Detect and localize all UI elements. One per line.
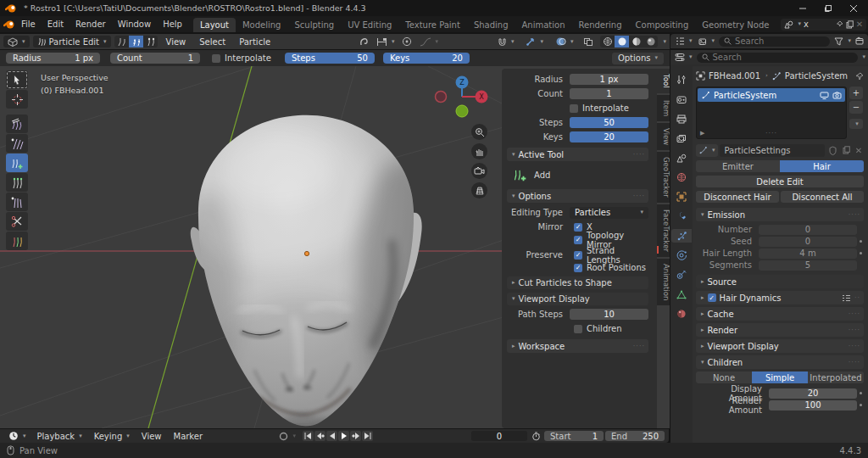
overlays-toggle[interactable]: ▾	[551, 36, 578, 47]
navigation-gizmo[interactable]: Z X	[428, 73, 496, 120]
jump-to-start-button[interactable]	[303, 431, 314, 441]
mirror-x-checkbox[interactable]: ✓	[574, 223, 582, 232]
tab-world-properties[interactable]	[671, 170, 692, 184]
delete-edit-button[interactable]: Delete Edit	[696, 176, 864, 187]
children-simple-button[interactable]: Simple	[752, 371, 808, 383]
play-reverse-button[interactable]	[326, 431, 337, 441]
np-keys-field[interactable]: 20	[570, 131, 648, 142]
mode-selector[interactable]: Particle Edit ▾	[33, 36, 111, 47]
tab-material-properties[interactable]	[671, 307, 692, 321]
render-enable-icon[interactable]	[832, 92, 842, 99]
viewport-display-panel-header[interactable]: ▸Viewport Display····	[696, 339, 864, 353]
shading-dropdown[interactable]: ▾	[663, 39, 666, 45]
tab-scene-properties[interactable]	[671, 151, 692, 165]
jump-to-end-button[interactable]	[362, 431, 373, 441]
tab-render-properties[interactable]	[671, 92, 692, 106]
display-amount-field[interactable]: 20	[769, 388, 857, 399]
source-subpanel-header[interactable]: ▸Source	[696, 275, 864, 288]
count-slider[interactable]: Count1	[110, 53, 200, 64]
tab-tool-properties[interactable]	[671, 73, 692, 87]
settings-name-field[interactable]: ParticleSettings	[720, 144, 825, 157]
wireframe-shading-button[interactable]	[600, 36, 615, 47]
menu-window[interactable]: Window	[112, 20, 157, 29]
smooth-brush-tool[interactable]	[6, 134, 28, 153]
presets-icon[interactable]	[842, 294, 851, 302]
auto-key-button[interactable]	[278, 431, 289, 442]
snap-toggle[interactable]: ▾	[493, 36, 519, 47]
minimize-button[interactable]	[793, 2, 812, 14]
new-scene-icon[interactable]	[846, 20, 854, 29]
ntab-tool[interactable]: Tool	[657, 69, 670, 93]
tab-layout[interactable]: Layout	[193, 18, 236, 32]
tab-texture-paint[interactable]: Texture Paint	[398, 18, 467, 32]
ntab-facetracker[interactable]: FaceTracker	[657, 204, 670, 257]
menu-render[interactable]: Render	[70, 20, 112, 29]
hair-dynamics-checkbox[interactable]: ✓	[708, 293, 716, 302]
steps-slider[interactable]: Steps50	[285, 53, 375, 64]
blender-menu-icon[interactable]	[3, 20, 15, 30]
tab-output-properties[interactable]	[671, 112, 692, 126]
properties-search[interactable]: Search	[697, 53, 859, 63]
maximize-button[interactable]	[819, 2, 837, 14]
emitter-type-button[interactable]: Emitter	[696, 160, 780, 172]
fake-user-shield-icon[interactable]	[826, 146, 838, 155]
topology-mirror-checkbox[interactable]: ✓	[574, 236, 582, 244]
tab-view-layer-properties[interactable]	[671, 131, 692, 145]
toggle-ortho-button[interactable]	[471, 182, 487, 198]
properties-options-dropdown[interactable]: ▾	[862, 54, 865, 60]
cursor-tool[interactable]	[6, 90, 28, 109]
particle-system-list-item[interactable]: ParticleSystem	[698, 88, 845, 102]
segments-field[interactable]: 5	[759, 260, 857, 271]
tab-object-data-properties[interactable]	[671, 288, 692, 301]
animate-dot[interactable]	[857, 404, 864, 406]
breadcrumb-system[interactable]: ParticleSystem	[785, 71, 848, 81]
animate-dot[interactable]	[857, 240, 864, 243]
puff-brush-tool[interactable]	[6, 193, 28, 211]
current-frame-field[interactable]: 0	[471, 431, 527, 441]
children-panel-header[interactable]: ▾Children····	[696, 355, 864, 369]
animate-dot[interactable]	[857, 392, 864, 394]
menu-select[interactable]: Select	[194, 37, 231, 47]
emission-panel-header[interactable]: ▾Emission ····	[696, 208, 864, 221]
menu-file[interactable]: File	[15, 20, 42, 29]
np-count-field[interactable]: 1	[570, 88, 648, 99]
tab-geometry-nodes[interactable]: Geometry Node	[695, 18, 776, 32]
ntab-geotracker[interactable]: GeoTracker	[657, 152, 670, 203]
menu-view[interactable]: View	[161, 37, 192, 47]
remove-particle-system-button[interactable]: −	[849, 101, 863, 114]
menu-edit[interactable]: Edit	[42, 20, 70, 29]
add-brush-tool[interactable]	[6, 154, 28, 172]
rendered-shading-button[interactable]	[643, 36, 658, 47]
animate-dot[interactable]	[857, 252, 864, 254]
close-button[interactable]	[844, 2, 863, 14]
viewport-display-subpanel[interactable]: ▾Viewport Display	[507, 293, 648, 305]
breadcrumb-object[interactable]: FBHead.001	[709, 71, 760, 81]
viewport-3d[interactable]: User Perspective (0) FBHead.001	[0, 66, 670, 428]
proportional-falloff-button[interactable]: ▾	[418, 36, 441, 47]
move-view-button[interactable]	[471, 143, 487, 159]
timeline-editor-button[interactable]: ▾	[4, 430, 31, 442]
add-particle-system-button[interactable]: +	[849, 87, 863, 99]
timeline-view-menu[interactable]: View	[136, 432, 167, 441]
tip-select-mode-button[interactable]	[143, 36, 158, 47]
gizmos-toggle[interactable]: ▾	[521, 36, 548, 47]
auto-key-dropdown[interactable]: ▾	[292, 433, 296, 439]
solid-shading-button[interactable]	[615, 36, 629, 47]
display-in-viewport-icon[interactable]	[820, 92, 829, 99]
hair-dynamics-panel-header[interactable]: ▸ ✓ Hair Dynamics ··	[696, 291, 864, 304]
children-interpolated-button[interactable]: Interpolated	[808, 371, 864, 383]
tab-sculpting[interactable]: Sculpting	[287, 18, 341, 32]
next-keyframe-button[interactable]	[350, 431, 361, 441]
proportional-editing-icon[interactable]	[400, 36, 415, 47]
weight-brush-tool[interactable]	[6, 232, 28, 250]
pin-icon[interactable]	[836, 20, 843, 28]
length-brush-tool[interactable]	[6, 173, 28, 192]
particle-system-list[interactable]: ParticleSystem ▶ ····	[696, 87, 847, 139]
workspace-panel-header[interactable]: ▸Workspace ····	[507, 339, 648, 353]
scene-selector[interactable]: ▾ x ✕	[781, 19, 866, 31]
pin-id-icon[interactable]	[855, 72, 864, 81]
specials-menu-button[interactable]: ▾	[849, 119, 863, 129]
material-shading-button[interactable]	[629, 36, 643, 47]
ntab-item[interactable]: Item	[657, 95, 670, 121]
hair-length-field[interactable]: 4 m	[759, 249, 857, 259]
